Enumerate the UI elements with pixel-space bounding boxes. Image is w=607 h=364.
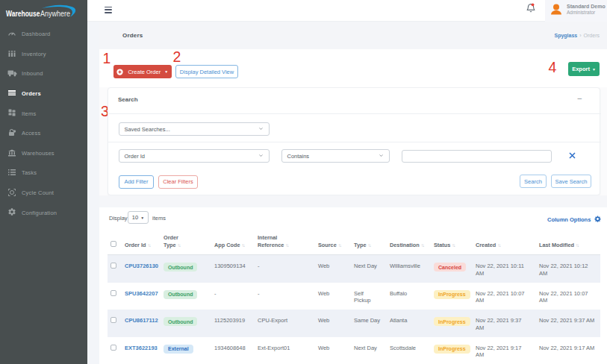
svg-text:Anywhere: Anywhere	[40, 9, 70, 18]
svg-text:Warehouse: Warehouse	[6, 9, 40, 18]
